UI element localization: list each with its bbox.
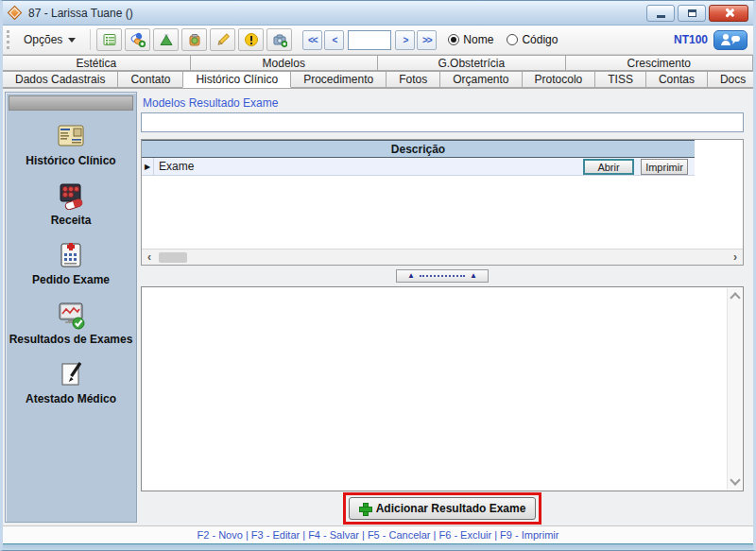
sidebar-item-resultados-exames[interactable]: Resultados de Exames <box>9 299 133 346</box>
sidebar-item-label: Atestado Médico <box>26 392 116 405</box>
model-filter-input[interactable] <box>141 112 744 132</box>
toolbar-separator <box>90 29 91 50</box>
sidebar-item-receita[interactable]: Receita <box>9 180 133 227</box>
exam-flask-icon <box>159 32 174 47</box>
add-result-button[interactable]: Adicionar Resultado Exame <box>349 497 537 520</box>
toolbar: Opções <box>3 26 753 55</box>
radio-unselected-icon <box>507 34 518 45</box>
tab-protocolo[interactable]: Protocolo <box>522 71 596 88</box>
tab-contato[interactable]: Contato <box>117 71 183 88</box>
action-row: Adicionar Resultado Exame <box>141 491 744 525</box>
maximize-button[interactable] <box>678 5 706 22</box>
record-number-input[interactable] <box>348 30 391 50</box>
radio-codigo-label: Código <box>522 33 558 46</box>
horizontal-scrollbar[interactable]: ‹ › <box>142 249 743 265</box>
tab-estetica[interactable]: Estética <box>2 55 191 71</box>
minimize-button[interactable] <box>646 5 675 22</box>
radio-nome-label: Nome <box>463 33 493 46</box>
highlight-annotation: Adicionar Resultado Exame <box>343 492 542 525</box>
tab-modelos[interactable]: Modelos <box>190 55 379 71</box>
plus-icon <box>359 503 370 514</box>
maximize-icon <box>688 9 696 17</box>
photo-camera-add-icon <box>272 32 287 47</box>
record-form-button[interactable] <box>96 28 122 51</box>
sidebar: Histórico Clínico Receita <box>5 92 137 523</box>
user-code-label: NT100 <box>674 33 708 46</box>
main-panel: Modelos Resultado Exame Descrição ▶ Exam… <box>141 91 744 525</box>
collapse-panel-button[interactable]: ▲ ▲ <box>396 269 489 283</box>
sidebar-item-label: Histórico Clínico <box>26 154 115 167</box>
procedure-button[interactable] <box>181 28 207 51</box>
tab-docs[interactable]: Docs <box>707 71 756 88</box>
minimize-icon <box>657 15 665 18</box>
result-editor[interactable] <box>142 287 743 491</box>
shortcut-hints: F2 - Novo | F3 - Editar | F4 - Salvar | … <box>198 529 559 541</box>
photo-add-button[interactable] <box>266 28 292 51</box>
sidebar-item-historico-clinico[interactable]: Histórico Clínico <box>9 120 133 167</box>
window-bottom-frame <box>3 543 753 550</box>
vertical-scrollbar[interactable] <box>727 288 742 490</box>
tab-dados-cadastrais[interactable]: Dados Cadastrais <box>2 71 118 88</box>
record-form-icon <box>102 32 117 47</box>
content-area: Histórico Clínico Receita <box>3 89 753 525</box>
edit-button[interactable] <box>210 28 235 51</box>
tab-gobstetricia[interactable]: G.Obstetrícia <box>377 55 566 71</box>
add-result-label: Adicionar Resultado Exame <box>376 502 526 515</box>
scroll-up-icon[interactable] <box>730 292 740 302</box>
nav-next-button[interactable]: > <box>395 30 415 50</box>
options-menu-button[interactable]: Opções <box>15 29 84 50</box>
sidebar-item-label: Receita <box>51 214 92 227</box>
chat-button[interactable] <box>713 30 747 50</box>
app-window: 87 - Larissa Tuane () Opções <box>0 0 756 551</box>
sidebar-header <box>9 95 133 111</box>
nav-last-button[interactable]: >> <box>417 30 437 50</box>
row-selector-icon: ▶ <box>142 158 154 175</box>
scrollbar-thumb[interactable] <box>159 252 187 263</box>
alert-button[interactable] <box>238 28 264 51</box>
splitter: ▲ ▲ <box>141 266 744 286</box>
scroll-right-icon[interactable]: › <box>728 250 743 264</box>
chevron-down-icon <box>68 38 76 43</box>
tab-tiss[interactable]: TISS <box>594 71 646 88</box>
triangle-up-icon: ▲ <box>470 272 477 280</box>
nav-prev-button[interactable]: < <box>324 30 344 50</box>
scroll-down-icon[interactable] <box>730 474 740 485</box>
radio-codigo[interactable]: Código <box>507 33 558 46</box>
radio-selected-icon <box>448 34 459 45</box>
title-bar: 87 - Larissa Tuane () <box>3 1 753 26</box>
tab-crescimento[interactable]: Crescimento <box>565 55 754 71</box>
alert-icon <box>244 32 259 47</box>
tab-fotos[interactable]: Fotos <box>386 71 440 88</box>
exam-button[interactable] <box>153 28 179 51</box>
user-chat-icon <box>720 33 741 46</box>
print-button[interactable]: Imprimir <box>641 159 688 175</box>
prescription-button[interactable] <box>125 28 150 51</box>
tab-row-main: Dados Cadastrais Contato Histórico Clíni… <box>3 71 753 89</box>
tab-orcamento[interactable]: Orçamento <box>439 71 522 88</box>
procedure-jar-icon <box>187 32 202 47</box>
medical-record-icon <box>54 120 88 152</box>
triangle-up-icon: ▲ <box>407 272 415 280</box>
pills-blister-icon <box>54 180 88 212</box>
edit-pencil-icon <box>215 32 231 47</box>
sidebar-item-pedido-exame[interactable]: Pedido Exame <box>9 239 133 286</box>
scroll-left-icon[interactable]: ‹ <box>142 250 157 264</box>
status-bar: F2 - Novo | F3 - Editar | F4 - Salvar | … <box>3 525 753 543</box>
tab-procedimento[interactable]: Procedimento <box>290 71 387 88</box>
row-description: Exame <box>154 160 194 173</box>
prescription-pills-icon <box>130 32 146 47</box>
section-title: Modelos Resultado Exame <box>141 91 744 112</box>
tab-contas[interactable]: Contas <box>645 71 708 88</box>
nav-first-button[interactable]: << <box>302 30 322 50</box>
radio-nome[interactable]: Nome <box>448 33 493 46</box>
open-button[interactable]: Abrir <box>583 159 634 175</box>
table-row[interactable]: ▶ Exame Abrir Imprimir <box>142 158 695 176</box>
close-icon <box>724 8 734 18</box>
exam-results-icon <box>54 299 88 331</box>
tab-row-secondary: Estética Modelos G.Obstetrícia Crescimen… <box>3 55 753 71</box>
toolbar-grip <box>7 30 9 49</box>
close-button[interactable] <box>709 5 748 22</box>
tab-historico-clinico[interactable]: Histórico Clínico <box>182 71 291 88</box>
result-editor-panel <box>141 286 744 491</box>
sidebar-item-atestado-medico[interactable]: Atestado Médico <box>9 358 133 405</box>
